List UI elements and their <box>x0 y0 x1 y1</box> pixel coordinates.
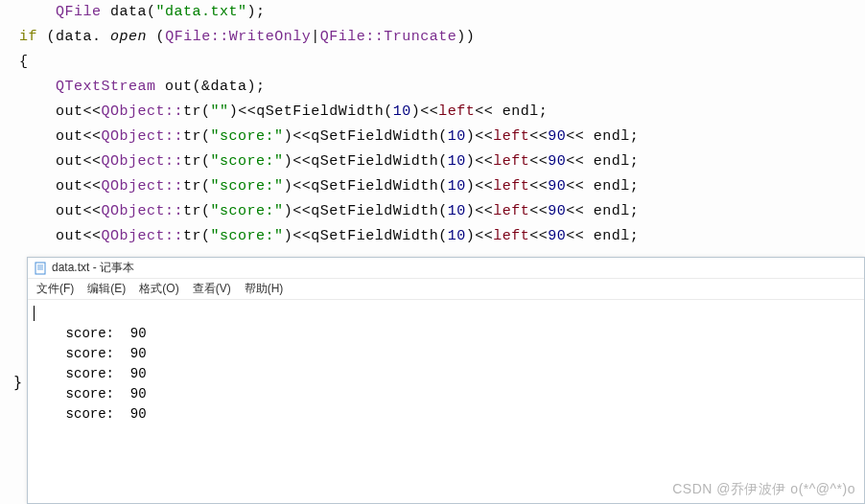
menu-format[interactable]: 格式(O) <box>132 279 185 299</box>
notepad-content[interactable]: score: 90 score: 90 score: 90 score: 90 … <box>28 300 864 428</box>
menu-help[interactable]: 帮助(H) <box>238 279 291 299</box>
code-line: out<<QObject::tr("score:")<<qSetFieldWid… <box>19 224 865 249</box>
code-line: out<<QObject::tr("score:")<<qSetFieldWid… <box>19 199 865 224</box>
text-cursor <box>34 306 35 321</box>
notepad-icon <box>34 262 47 275</box>
code-line: out<<QObject::tr("score:")<<qSetFieldWid… <box>19 149 865 174</box>
notepad-window[interactable]: data.txt - 记事本 文件(F) 编辑(E) 格式(O) 查看(V) 帮… <box>27 257 865 504</box>
code-line: QTextStream out(&data); <box>19 75 865 100</box>
watermark: CSDN @乔伊波伊 o(*^@^*)o <box>672 481 855 498</box>
code-line: if (data. open (QFile::WriteOnly|QFile::… <box>19 25 865 50</box>
menu-edit[interactable]: 编辑(E) <box>81 279 132 299</box>
code-line: out<<QObject::tr("score:")<<qSetFieldWid… <box>19 125 865 149</box>
code-editor[interactable]: QFile data("data.txt"); if (data. open (… <box>0 0 865 249</box>
code-line: out<<QObject::tr("score:")<<qSetFieldWid… <box>19 174 865 199</box>
notepad-titlebar[interactable]: data.txt - 记事本 <box>28 258 864 279</box>
menu-view[interactable]: 查看(V) <box>186 279 238 299</box>
content-row: score: 90 <box>34 366 147 381</box>
code-line: out<<QObject::tr("")<<qSetFieldWidth(10)… <box>19 100 865 125</box>
menu-file[interactable]: 文件(F) <box>30 279 81 299</box>
notepad-menubar: 文件(F) 编辑(E) 格式(O) 查看(V) 帮助(H) <box>28 279 864 300</box>
notepad-title: data.txt - 记事本 <box>52 260 134 276</box>
svg-rect-0 <box>35 263 45 274</box>
code-close-brace: } <box>13 374 22 391</box>
code-line: QFile data("data.txt"); <box>19 0 865 25</box>
content-row: score: 90 <box>34 406 147 422</box>
content-row: score: 90 <box>34 346 147 361</box>
code-line: { <box>19 50 865 75</box>
content-row: score: 90 <box>34 326 147 341</box>
content-row: score: 90 <box>34 386 147 401</box>
